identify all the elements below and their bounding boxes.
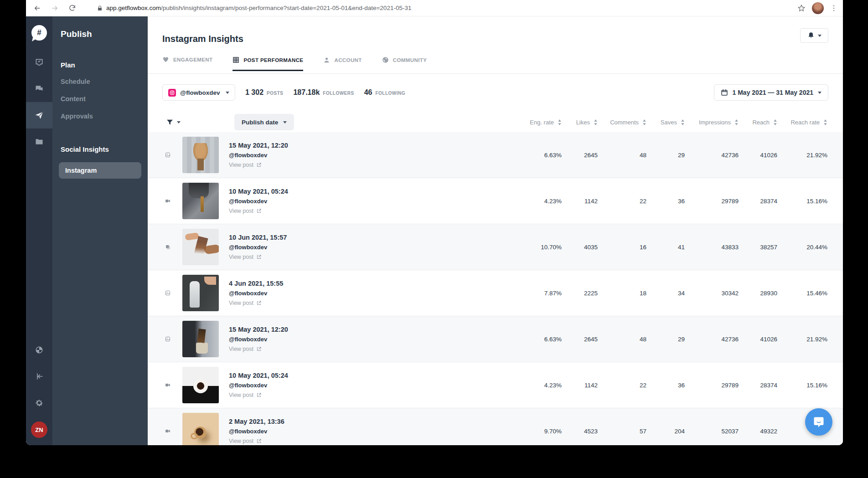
view-post-link[interactable]: View post <box>229 208 288 214</box>
reload-icon[interactable] <box>67 3 77 13</box>
table-row[interactable]: 15 May 2021, 12:20 @flowboxdev View post… <box>148 316 843 362</box>
table-row[interactable]: 2 May 2021, 13:36 @flowboxdev View post … <box>148 408 843 445</box>
browser-profile-avatar[interactable] <box>812 2 824 14</box>
view-post-link[interactable]: View post <box>229 438 284 444</box>
folder-icon <box>35 137 44 146</box>
url-path: /publish/insights/instagram/post-perform… <box>161 5 411 11</box>
tab-community[interactable]: COMMUNITY <box>382 57 427 70</box>
cell-impressions: 29789 <box>685 382 739 389</box>
bookmark-star-icon[interactable] <box>797 4 806 12</box>
column-label: Eng. rate <box>530 119 554 126</box>
sidebar-gap <box>61 130 140 145</box>
sort-by-dropdown[interactable]: Publish date <box>234 114 294 130</box>
table-row[interactable]: 10 May 2021, 05:24 @flowboxdev View post… <box>148 178 843 224</box>
row-metrics: 4.23% 1142 22 36 29789 28374 15.16% <box>512 198 843 205</box>
chevron-down-icon <box>226 92 229 94</box>
user-avatar[interactable]: ZN <box>31 421 47 438</box>
row-left: 2 May 2021, 13:36 @flowboxdev View post <box>148 413 512 445</box>
cell-eng-rate: 4.23% <box>512 382 562 389</box>
browser-toolbar: app.getflowbox.com/publish/insights/inst… <box>26 0 843 16</box>
sidebar-item-content[interactable]: Content <box>61 95 140 103</box>
post-thumbnail[interactable] <box>182 321 219 357</box>
column-header[interactable]: Reach <box>739 119 777 126</box>
sidebar-section-social-insights: Social Insights <box>61 145 140 153</box>
post-thumbnail[interactable] <box>182 413 219 445</box>
post-type-cell <box>148 242 170 252</box>
notifications-button[interactable] <box>800 28 828 43</box>
back-icon[interactable] <box>32 3 42 13</box>
column-header[interactable]: Eng. rate <box>512 119 562 126</box>
browser-menu-icon[interactable]: ⋮ <box>830 7 837 10</box>
table-body: 15 May 2021, 12:20 @flowboxdev View post… <box>148 132 843 445</box>
rail-item-library[interactable] <box>26 128 52 155</box>
table-row[interactable]: 4 Jun 2021, 15:55 @flowboxdev View post … <box>148 270 843 316</box>
stat-following: 46 FOLLOWING <box>364 88 405 97</box>
post-meta: 10 May 2021, 05:24 @flowboxdev View post <box>229 372 288 398</box>
post-thumbnail[interactable] <box>182 229 219 265</box>
cell-reach-rate: 15.16% <box>777 382 827 389</box>
view-post-label: View post <box>229 392 253 398</box>
rail-item-publish[interactable] <box>26 102 52 128</box>
stat-label: POSTS <box>267 91 283 96</box>
column-header[interactable]: Comments <box>598 119 646 126</box>
cell-eng-rate: 9.70% <box>512 428 562 435</box>
cell-reach: 28374 <box>739 382 777 389</box>
padlock-icon[interactable] <box>97 5 103 11</box>
column-header[interactable]: Saves <box>646 119 685 126</box>
post-handle: @flowboxdev <box>229 152 288 159</box>
tab-account[interactable]: ACCOUNT <box>323 57 362 70</box>
rail-item-collapse[interactable] <box>26 363 52 390</box>
flowbox-logo[interactable]: # <box>26 16 52 49</box>
forward-icon[interactable] <box>50 3 60 13</box>
tab-post-performance[interactable]: POST PERFORMANCE <box>232 57 303 71</box>
post-thumbnail[interactable] <box>182 275 219 311</box>
column-header[interactable]: Likes <box>562 119 598 126</box>
cell-impressions: 42736 <box>685 336 739 343</box>
url-bar[interactable]: app.getflowbox.com/publish/insights/inst… <box>106 5 793 11</box>
toolbar-right: ⋮ <box>797 2 837 14</box>
tab-label: COMMUNITY <box>393 57 427 63</box>
sidebar-item-schedule[interactable]: Schedule <box>61 78 140 85</box>
sidebar-item-instagram[interactable]: Instagram <box>59 162 141 179</box>
rail-item-inbox[interactable] <box>26 49 52 76</box>
table-row[interactable]: 10 May 2021, 05:24 @flowboxdev View post… <box>148 362 843 408</box>
cell-saves: 36 <box>646 198 685 205</box>
cell-likes: 4523 <box>562 428 598 435</box>
cell-likes: 1142 <box>562 382 598 389</box>
column-header[interactable]: Reach rate <box>777 119 827 126</box>
stat-posts: 1 302 POSTS <box>245 88 283 97</box>
video-type-icon <box>165 380 170 390</box>
post-thumbnail[interactable] <box>182 367 219 403</box>
view-post-link[interactable]: View post <box>229 254 287 260</box>
post-handle: @flowboxdev <box>229 382 288 389</box>
app-shell: # ZN <box>26 16 843 445</box>
post-thumbnail[interactable] <box>182 183 219 219</box>
table-header-left: Publish date <box>148 114 512 130</box>
filter-funnel-button[interactable] <box>166 118 181 126</box>
view-post-link[interactable]: View post <box>229 392 288 398</box>
chat-launcher-button[interactable] <box>805 408 832 436</box>
account-selector[interactable]: @flowboxdev <box>162 84 235 101</box>
icon-rail: # ZN <box>26 16 52 445</box>
view-post-link[interactable]: View post <box>229 162 288 168</box>
post-type-cell <box>148 334 170 344</box>
tab-engagement[interactable]: ENGAGEMENT <box>162 57 212 69</box>
rail-item-globe[interactable] <box>26 337 52 363</box>
table-row[interactable]: 10 Jun 2021, 15:57 @flowboxdev View post… <box>148 224 843 270</box>
date-range-picker[interactable]: 1 May 2021 — 31 May 2021 <box>714 84 828 101</box>
table-row[interactable]: 15 May 2021, 12:20 @flowboxdev View post… <box>148 132 843 178</box>
rail-item-conversations[interactable] <box>26 76 52 102</box>
post-date: 4 Jun 2021, 15:55 <box>229 280 283 287</box>
post-thumbnail[interactable] <box>182 137 219 173</box>
sidebar-item-approvals[interactable]: Approvals <box>61 113 140 120</box>
column-header[interactable]: Impressions <box>685 119 739 126</box>
row-left: 4 Jun 2021, 15:55 @flowboxdev View post <box>148 275 512 311</box>
sort-icon <box>734 119 739 125</box>
post-meta: 2 May 2021, 13:36 @flowboxdev View post <box>229 418 284 444</box>
post-date: 10 May 2021, 05:24 <box>229 372 288 379</box>
view-post-link[interactable]: View post <box>229 346 288 352</box>
view-post-link[interactable]: View post <box>229 300 283 306</box>
rail-item-settings[interactable] <box>26 390 52 416</box>
external-link-icon <box>256 300 262 306</box>
cell-comments: 18 <box>598 290 646 297</box>
